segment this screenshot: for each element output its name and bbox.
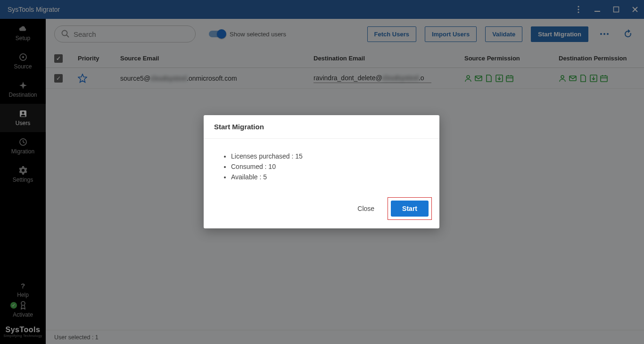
svg-line-17 bbox=[66, 35, 69, 37]
show-selected-toggle[interactable] bbox=[209, 31, 225, 37]
col-dest-email: Destination Email bbox=[314, 55, 464, 62]
dest-permission-icons bbox=[559, 75, 634, 82]
modal-body: Licenses purchased : 15 Consumed : 10 Av… bbox=[204, 139, 439, 192]
svg-rect-34 bbox=[601, 76, 607, 82]
toggle-label: Show selected users bbox=[230, 31, 286, 38]
start-migration-modal: Start Migration Licenses purchased : 15 … bbox=[204, 115, 439, 228]
app-title: SysTools Migrator bbox=[6, 6, 60, 13]
close-button[interactable]: Close bbox=[353, 201, 379, 216]
svg-point-16 bbox=[62, 31, 67, 36]
svg-rect-4 bbox=[614, 7, 619, 12]
table-row: ✓ source5@cloudsystool.onmicrosoft.com r… bbox=[46, 68, 644, 89]
svg-point-22 bbox=[467, 76, 470, 78]
import-users-button[interactable]: Import Users bbox=[425, 26, 477, 42]
calendar-icon bbox=[600, 75, 608, 82]
svg-point-2 bbox=[578, 11, 579, 13]
badge-icon bbox=[19, 301, 27, 310]
modal-title: Start Migration bbox=[204, 115, 439, 139]
star-icon[interactable] bbox=[78, 74, 120, 83]
sidebar: Setup Source Destination Users Migration… bbox=[0, 19, 46, 344]
validate-button[interactable]: Validate bbox=[485, 26, 522, 42]
svg-rect-31 bbox=[570, 76, 576, 81]
person-icon bbox=[464, 75, 472, 82]
svg-rect-23 bbox=[475, 76, 482, 81]
toolbar: Show selected users Fetch Users Import U… bbox=[46, 19, 644, 49]
sidebar-item-label: Users bbox=[16, 120, 30, 126]
table-header: ✓ Priority Source Email Destination Emai… bbox=[46, 49, 644, 68]
svg-point-30 bbox=[561, 76, 564, 78]
users-icon bbox=[19, 109, 27, 118]
sidebar-item-users[interactable]: Users bbox=[0, 104, 46, 132]
person-icon bbox=[559, 75, 566, 82]
svg-point-20 bbox=[607, 33, 609, 35]
source-email-cell: source5@cloudsystool.onmicrosoft.com bbox=[120, 75, 314, 82]
dest-email-redacted: cloudsystool bbox=[382, 74, 419, 82]
sidebar-item-destination[interactable]: Destination bbox=[0, 76, 46, 104]
destination-icon bbox=[19, 81, 27, 90]
sidebar-item-source[interactable]: Source bbox=[0, 47, 46, 76]
svg-point-19 bbox=[603, 33, 605, 35]
sidebar-item-help[interactable]: ? Help bbox=[17, 280, 29, 299]
logo-subtitle: Simplifying Technology bbox=[3, 334, 42, 337]
search-icon bbox=[61, 30, 70, 38]
file-icon bbox=[579, 75, 587, 82]
source-email-prefix: source5@ bbox=[120, 75, 150, 82]
select-all-checkbox[interactable]: ✓ bbox=[54, 54, 63, 63]
kebab-icon[interactable] bbox=[575, 6, 582, 13]
file-icon bbox=[485, 75, 493, 82]
sidebar-item-settings[interactable]: Settings bbox=[0, 160, 46, 189]
calendar-icon bbox=[506, 75, 513, 82]
active-status-icon bbox=[10, 302, 17, 309]
svg-point-15 bbox=[21, 302, 25, 305]
mail-icon bbox=[475, 75, 482, 82]
col-source-email: Source Email bbox=[120, 55, 314, 62]
download-icon bbox=[495, 75, 503, 82]
col-priority: Priority bbox=[78, 55, 120, 62]
start-button-highlight: Start bbox=[388, 197, 432, 220]
more-icon[interactable] bbox=[597, 33, 612, 35]
sidebar-item-setup[interactable]: Setup bbox=[0, 19, 46, 47]
gear-icon bbox=[19, 166, 27, 175]
sidebar-item-activate[interactable]: Activate bbox=[13, 300, 33, 319]
modal-footer: Close Start bbox=[204, 192, 439, 228]
search-input[interactable] bbox=[74, 30, 189, 38]
svg-point-18 bbox=[600, 33, 602, 35]
minimize-icon[interactable] bbox=[594, 6, 601, 13]
source-email-suffix: .onmicrosoft.com bbox=[187, 75, 237, 82]
clock-icon bbox=[19, 138, 27, 146]
start-button[interactable]: Start bbox=[391, 201, 429, 217]
cloud-icon bbox=[19, 25, 27, 33]
col-dest-perm: Destination Permission bbox=[559, 55, 634, 62]
sidebar-item-migration[interactable]: Migration bbox=[0, 132, 46, 160]
help-icon: ? bbox=[19, 281, 27, 290]
close-icon[interactable] bbox=[632, 6, 638, 13]
row-checkbox[interactable]: ✓ bbox=[54, 74, 63, 83]
status-bar: User selected : 1 bbox=[46, 330, 644, 344]
refresh-icon[interactable] bbox=[620, 29, 636, 39]
svg-point-0 bbox=[578, 6, 579, 7]
sidebar-item-label: Help bbox=[17, 292, 29, 298]
svg-point-1 bbox=[578, 8, 579, 10]
destination-email-input[interactable]: ravindra_dont_delete@cloudsystool.o bbox=[314, 73, 431, 83]
search-field[interactable] bbox=[54, 25, 196, 42]
sidebar-item-label: Source bbox=[14, 63, 32, 70]
maximize-icon[interactable] bbox=[613, 6, 619, 13]
download-icon bbox=[590, 75, 597, 82]
col-source-perm: Source Permission bbox=[464, 55, 559, 62]
logo-text: SysTools bbox=[3, 323, 42, 334]
sidebar-item-label: Migration bbox=[11, 148, 34, 155]
svg-rect-26 bbox=[506, 76, 513, 82]
svg-rect-3 bbox=[594, 11, 600, 12]
source-icon bbox=[19, 53, 27, 61]
svg-point-11 bbox=[22, 112, 24, 114]
titlebar: SysTools Migrator bbox=[0, 0, 644, 19]
fetch-users-button[interactable]: Fetch Users bbox=[367, 26, 416, 42]
start-migration-button[interactable]: Start Migration bbox=[531, 26, 588, 42]
window-controls bbox=[575, 6, 638, 13]
sidebar-item-label: Activate bbox=[13, 311, 33, 318]
sidebar-item-label: Setup bbox=[16, 35, 30, 42]
svg-marker-21 bbox=[78, 74, 87, 83]
dest-email-suffix: .o bbox=[419, 74, 424, 82]
source-email-redacted: cloudsystool bbox=[150, 75, 187, 82]
license-available-line: Available : 5 bbox=[231, 172, 425, 182]
